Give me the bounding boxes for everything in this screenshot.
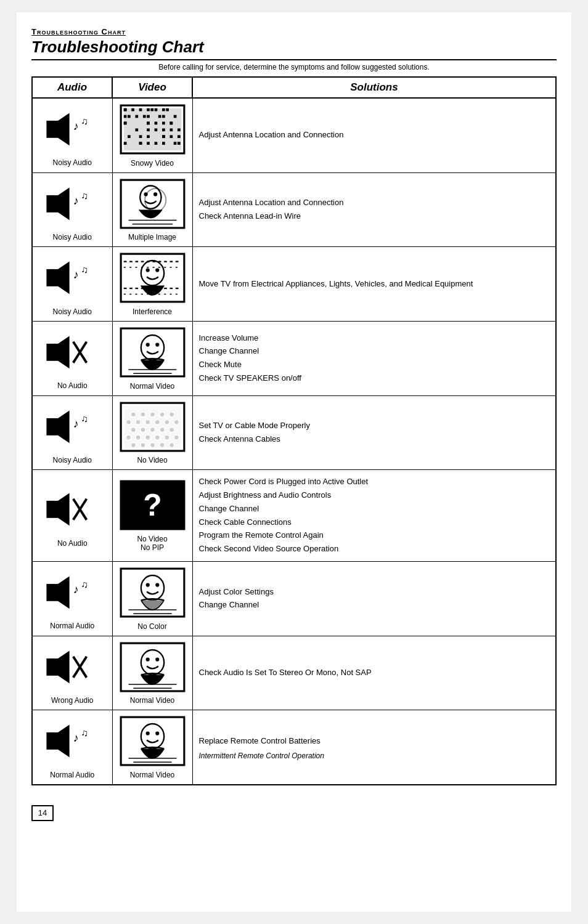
svg-point-108 <box>136 436 140 439</box>
svg-marker-125 <box>58 577 70 609</box>
svg-point-98 <box>145 420 149 424</box>
solution-text-0: Adjust Antenna Location and Connection <box>199 129 550 142</box>
svg-rect-15 <box>147 128 150 131</box>
svg-text:♫: ♫ <box>81 265 88 275</box>
svg-rect-22 <box>162 115 165 118</box>
page: Troubleshooting Chart Troubleshooting Ch… <box>17 12 571 912</box>
svg-rect-21 <box>162 108 165 111</box>
video-label-3: Normal Video <box>130 382 174 391</box>
solutions-cell-0: Adjust Antenna Location and Connection <box>192 98 556 172</box>
svg-point-109 <box>145 436 149 439</box>
svg-rect-144 <box>46 732 58 750</box>
audio-icon-box-2: ♪ ♫ Noisy Audio <box>39 252 106 315</box>
subtitle: Before calling for service, determine th… <box>31 63 557 71</box>
svg-rect-19 <box>154 122 157 125</box>
svg-point-92 <box>141 412 144 416</box>
video-cell-4: No Video <box>112 395 192 470</box>
audio-label-6: Normal Audio <box>50 622 94 630</box>
svg-point-140 <box>145 657 149 661</box>
svg-point-101 <box>174 420 178 424</box>
row-footer-8: Intermittent Remote Control Operation <box>199 752 550 760</box>
svg-rect-36 <box>135 115 138 118</box>
svg-point-131 <box>155 583 159 586</box>
svg-point-59 <box>153 192 157 196</box>
svg-rect-49 <box>139 142 142 145</box>
video-label-5: No VideoNo PIP <box>137 535 167 552</box>
svg-text:♪: ♪ <box>73 417 79 430</box>
svg-text:♪: ♪ <box>73 269 79 282</box>
svg-point-117 <box>169 443 173 447</box>
video-icon-box-5: ? No VideoNo PIP <box>119 479 186 552</box>
video-label-4: No Video <box>137 456 167 464</box>
video-label-2: Interference <box>133 307 172 316</box>
svg-point-70 <box>155 269 159 272</box>
svg-rect-118 <box>46 501 58 518</box>
solutions-cell-5: Check Power Cord is Plugged into Active … <box>192 470 556 562</box>
table-row: ♪ ♫ Noisy Audio <box>32 395 556 470</box>
svg-rect-32 <box>123 108 126 111</box>
svg-point-93 <box>150 412 154 416</box>
svg-rect-20 <box>154 142 157 145</box>
page-number: 14 <box>31 805 54 821</box>
svg-rect-35 <box>128 115 131 118</box>
audio-cell-2: ♪ ♫ Noisy Audio <box>32 247 112 322</box>
audio-icon-box-6: ♪ ♫ Normal Audio <box>39 567 106 630</box>
solutions-cell-1: Adjust Antenna Location and ConnectionCh… <box>192 172 556 247</box>
svg-point-69 <box>145 269 149 272</box>
video-label-6: No Color <box>137 622 166 631</box>
svg-point-110 <box>155 436 159 439</box>
solutions-cell-2: Move TV from Electrical Appliances, Ligh… <box>192 247 556 322</box>
video-cell-7: Normal Video <box>112 636 192 710</box>
svg-rect-17 <box>147 142 150 145</box>
video-cell-6: No Color <box>112 561 192 636</box>
svg-text:?: ? <box>143 488 161 522</box>
video-cell-1: Multiple Image <box>112 172 192 247</box>
table-row: ♪ ♫ Noisy Audio Multiple Image Adjust An… <box>32 172 556 247</box>
svg-rect-28 <box>169 128 173 131</box>
col-header-video: Video <box>112 77 192 98</box>
svg-rect-41 <box>173 115 176 118</box>
svg-rect-0 <box>46 121 58 138</box>
svg-text:♪: ♪ <box>73 732 79 745</box>
solutions-cell-6: Adjust Color SettingsChange Channel <box>192 561 556 636</box>
audio-label-7: Wrong Audio <box>51 696 94 705</box>
svg-rect-12 <box>147 108 150 111</box>
svg-rect-9 <box>123 142 126 145</box>
svg-marker-53 <box>58 187 70 220</box>
audio-cell-6: ♪ ♫ Normal Audio <box>32 561 112 636</box>
svg-point-105 <box>160 428 163 431</box>
solution-text-6: Adjust Color SettingsChange Channel <box>199 586 550 612</box>
solutions-cell-8: Replace Remote Control Batteries Intermi… <box>192 710 556 785</box>
audio-label-2: Noisy Audio <box>53 307 92 316</box>
table-row: ♪ ♫ Noisy Audio Interference Move TV fro… <box>32 247 556 322</box>
audio-icon-box-8: ♪ ♫ Normal Audio <box>39 715 106 779</box>
solutions-cell-7: Check Audio Is Set To Stereo Or Mono, No… <box>192 636 556 710</box>
video-icon-box-0: Snowy Video <box>119 103 186 168</box>
svg-point-99 <box>155 420 159 424</box>
svg-rect-47 <box>177 128 180 131</box>
svg-rect-124 <box>46 584 58 601</box>
audio-cell-5: No Audio <box>32 470 112 562</box>
svg-rect-48 <box>128 135 131 138</box>
svg-text:♪: ♪ <box>73 120 79 133</box>
table-row: Wrong Audio Normal Video Check Audio Is … <box>32 636 556 710</box>
svg-point-150 <box>145 732 149 736</box>
svg-text:♫: ♫ <box>81 116 88 126</box>
table-row: ♪ ♫ Normal Audio Normal Video Replace Re… <box>32 710 556 785</box>
svg-rect-29 <box>169 135 173 138</box>
solution-text-1: Adjust Antenna Location and ConnectionCh… <box>199 197 550 223</box>
audio-icon-box-3: No Audio <box>39 326 106 390</box>
solutions-cell-4: Set TV or Cable Mode ProperlyCheck Anten… <box>192 395 556 470</box>
svg-rect-24 <box>162 128 165 131</box>
svg-point-97 <box>136 420 140 424</box>
svg-rect-42 <box>123 122 126 125</box>
svg-rect-46 <box>169 122 173 125</box>
svg-point-130 <box>145 583 149 586</box>
svg-rect-44 <box>147 122 150 125</box>
svg-point-81 <box>145 342 149 346</box>
video-label-7: Normal Video <box>130 696 174 705</box>
svg-point-141 <box>155 657 159 661</box>
audio-cell-3: No Audio <box>32 321 112 395</box>
svg-rect-34 <box>139 108 142 111</box>
table-row: ♪ ♫ Normal Audio No Color Adjust Color S… <box>32 561 556 636</box>
